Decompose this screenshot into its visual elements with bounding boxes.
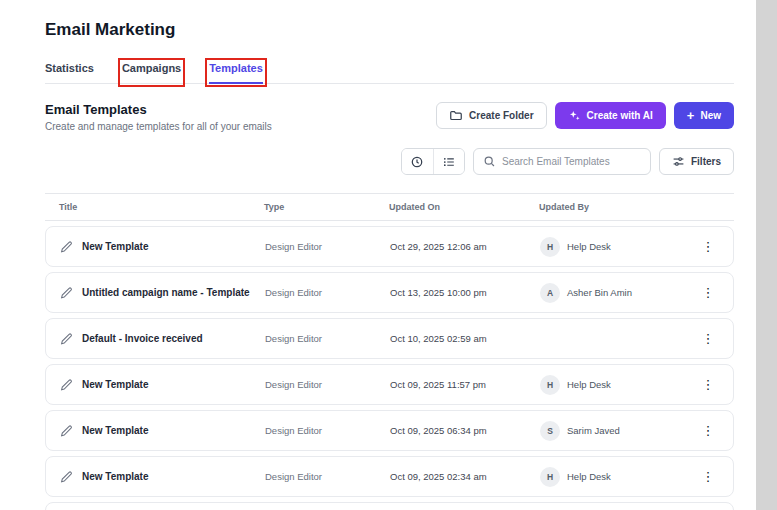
- updated-by: A Asher Bin Amin: [540, 283, 693, 303]
- page-title: Email Marketing: [45, 20, 734, 40]
- create-folder-label: Create Folder: [469, 110, 533, 121]
- template-type: Design Editor: [265, 241, 390, 252]
- updated-on: Oct 09, 2025 06:34 pm: [390, 425, 540, 436]
- folder-icon: [449, 109, 463, 123]
- updated-on: Oct 09, 2025 02:34 am: [390, 471, 540, 482]
- tab-campaigns[interactable]: Campaigns: [122, 62, 181, 83]
- column-header-title: Title: [59, 202, 264, 212]
- history-view-button[interactable]: [402, 149, 433, 174]
- table-row[interactable]: New Template Design Editor Oct 09, 2025 …: [45, 456, 734, 497]
- section-header-text: Email Templates Create and manage templa…: [45, 102, 272, 132]
- avatar: S: [540, 421, 560, 441]
- tab-statistics[interactable]: Statistics: [45, 62, 94, 83]
- create-with-ai-button[interactable]: Create with AI: [555, 102, 666, 129]
- updated-by: H Help Desk: [540, 375, 693, 395]
- template-type: Design Editor: [265, 333, 390, 344]
- clock-icon: [410, 155, 424, 169]
- template-title: New Template: [82, 425, 149, 436]
- template-title: Default - Invoice received: [82, 333, 203, 344]
- section-subtitle: Create and manage templates for all of y…: [45, 121, 272, 132]
- tab-templates[interactable]: Templates: [209, 62, 263, 83]
- list-icon: [442, 155, 456, 169]
- updated-on: Oct 13, 2025 10:00 pm: [390, 287, 540, 298]
- avatar: A: [540, 283, 560, 303]
- table-row[interactable]: New Template Design Editor Oct 09, 2025 …: [45, 364, 734, 405]
- table-row[interactable]: New Template Design Editor Oct 29, 2025 …: [45, 226, 734, 267]
- user-name: Asher Bin Amin: [567, 287, 632, 298]
- row-menu-button[interactable]: ⋮: [693, 378, 723, 391]
- edit-pencil-icon: [60, 470, 73, 483]
- filters-button[interactable]: Filters: [659, 148, 734, 175]
- user-name: Sarim Javed: [567, 425, 620, 436]
- template-title: Untitled campaign name - Template: [82, 287, 250, 298]
- template-type: Design Editor: [265, 287, 390, 298]
- action-buttons: Create Folder Create with AI + New: [436, 102, 734, 129]
- avatar: H: [540, 467, 560, 487]
- row-menu-button[interactable]: ⋮: [693, 332, 723, 345]
- templates-table: Title Type Updated On Updated By New Tem…: [45, 193, 734, 510]
- template-type: Design Editor: [265, 379, 390, 390]
- avatar: H: [540, 237, 560, 257]
- section-header: Email Templates Create and manage templa…: [45, 102, 734, 132]
- table-row[interactable]: New Template Design Editor Oct 09, 2025 …: [45, 410, 734, 451]
- template-type: Design Editor: [265, 425, 390, 436]
- user-name: Help Desk: [567, 471, 611, 482]
- edit-pencil-icon: [60, 424, 73, 437]
- updated-on: Oct 29, 2025 12:06 am: [390, 241, 540, 252]
- template-title: New Template: [82, 241, 149, 252]
- column-header-updated-by: Updated By: [539, 202, 694, 212]
- create-folder-button[interactable]: Create Folder: [436, 102, 546, 129]
- plus-icon: +: [687, 109, 695, 122]
- table-row[interactable]: Untitled campaign name - Template Design…: [45, 272, 734, 313]
- new-label: New: [700, 110, 721, 121]
- updated-on: Oct 10, 2025 02:59 am: [390, 333, 540, 344]
- edit-pencil-icon: [60, 240, 73, 253]
- tab-bar: Statistics Campaigns Templates: [45, 62, 734, 84]
- user-name: Help Desk: [567, 379, 611, 390]
- row-menu-button[interactable]: ⋮: [693, 470, 723, 483]
- row-menu-button[interactable]: ⋮: [693, 240, 723, 253]
- row-menu-button[interactable]: ⋮: [693, 424, 723, 437]
- template-title: New Template: [82, 471, 149, 482]
- column-header-updated-on: Updated On: [389, 202, 539, 212]
- user-name: Help Desk: [567, 241, 611, 252]
- section-title: Email Templates: [45, 102, 272, 117]
- filters-label: Filters: [691, 156, 721, 167]
- column-header-type: Type: [264, 202, 389, 212]
- search-icon: [483, 155, 496, 168]
- table-header-row: Title Type Updated On Updated By: [45, 193, 734, 221]
- view-toggle-group: [401, 148, 465, 175]
- create-with-ai-label: Create with AI: [587, 110, 653, 121]
- edit-pencil-icon: [60, 332, 73, 345]
- list-view-button[interactable]: [433, 149, 464, 174]
- table-toolbar: Filters: [45, 148, 734, 175]
- right-gutter: [756, 0, 777, 510]
- edit-pencil-icon: [60, 286, 73, 299]
- sparkle-icon: [568, 109, 581, 122]
- email-marketing-page: Email Marketing Statistics Campaigns Tem…: [0, 0, 756, 510]
- updated-by: H Help Desk: [540, 467, 693, 487]
- row-menu-button[interactable]: ⋮: [693, 286, 723, 299]
- new-button[interactable]: + New: [674, 102, 734, 129]
- table-row[interactable]: Default - Invoice received Design Editor…: [45, 318, 734, 359]
- template-type: Design Editor: [265, 471, 390, 482]
- edit-pencil-icon: [60, 378, 73, 391]
- search-box: [473, 148, 651, 175]
- updated-on: Oct 09, 2025 11:57 pm: [390, 379, 540, 390]
- avatar: H: [540, 375, 560, 395]
- search-input[interactable]: [502, 156, 641, 167]
- template-title: New Template: [82, 379, 149, 390]
- updated-by: S Sarim Javed: [540, 421, 693, 441]
- table-row[interactable]: Marketing Campaign Design Editor Oct 07,…: [45, 502, 734, 510]
- updated-by: H Help Desk: [540, 237, 693, 257]
- filter-icon: [672, 155, 685, 168]
